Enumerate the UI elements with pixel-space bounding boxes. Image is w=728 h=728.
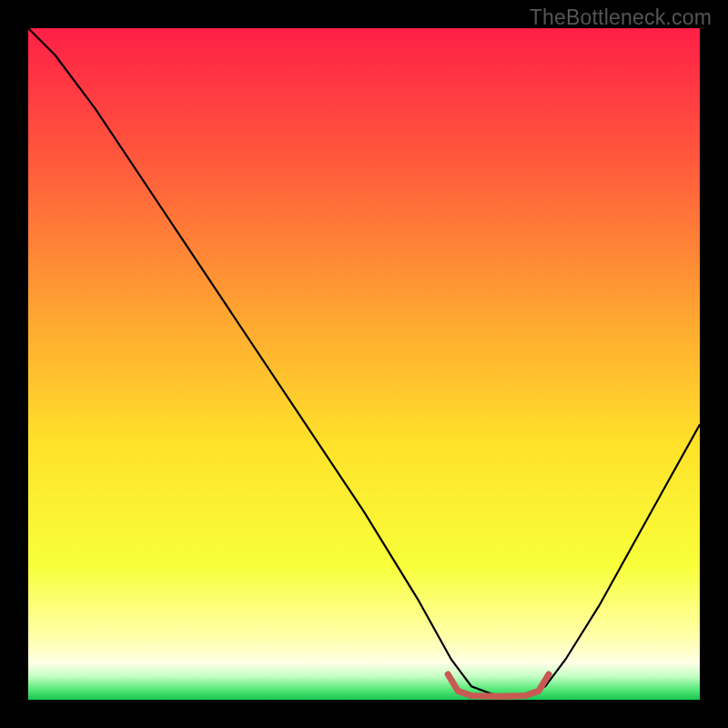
bottleneck-chart [28, 28, 700, 700]
watermark-text: TheBottleneck.com [530, 5, 712, 30]
chart-background [28, 28, 700, 700]
chart-frame [28, 28, 700, 700]
